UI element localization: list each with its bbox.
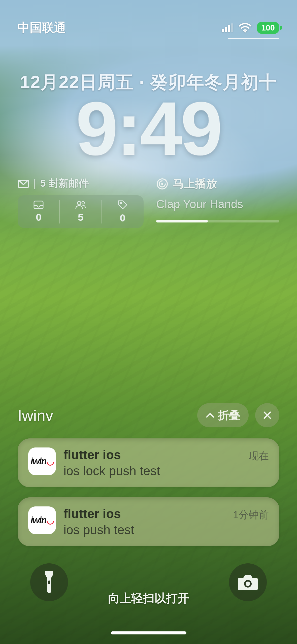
focus-underline: [228, 38, 279, 39]
notification-title: flutter ios: [63, 447, 239, 462]
notification-time: 1分钟前: [233, 506, 269, 522]
home-indicator[interactable]: [111, 631, 186, 634]
mail-widget-cell[interactable]: 5: [60, 195, 102, 228]
close-icon: [263, 411, 272, 420]
wifi-icon: [239, 23, 252, 33]
svg-point-10: [161, 183, 163, 185]
notification-group-title: Iwinv: [18, 406, 197, 424]
notification-card[interactable]: iwin◡flutter iosios push test1分钟前: [18, 497, 279, 546]
carrier-label: 中国联通: [18, 20, 66, 36]
cellular-icon: [222, 23, 234, 32]
mail-widget-label: 5 封新邮件: [40, 176, 89, 190]
notification-card[interactable]: iwin◡flutter iosios lock push test现在: [18, 438, 279, 487]
swipe-hint: 向上轻扫以打开: [0, 591, 297, 606]
flashlight-icon: [42, 571, 57, 594]
mail-cell-value: 5: [78, 212, 83, 223]
notification-title: flutter ios: [63, 506, 223, 521]
notification-app-icon: iwin◡: [28, 506, 56, 534]
svg-rect-11: [48, 581, 50, 584]
mail-cell-value: 0: [36, 212, 41, 223]
music-progress[interactable]: [156, 220, 279, 222]
mail-widget[interactable]: | 5 封新邮件 0 5 0: [18, 176, 144, 228]
svg-point-4: [244, 31, 246, 33]
music-track: Clap Your Hands: [156, 197, 279, 211]
collapse-label: 折叠: [218, 408, 240, 423]
notification-body: ios lock push test: [63, 464, 239, 478]
status-bar: 中国联通 100: [0, 0, 297, 43]
svg-point-8: [120, 202, 122, 204]
chevron-up-icon: [206, 412, 214, 418]
collapse-button[interactable]: 折叠: [197, 403, 249, 427]
battery-indicator: 100: [257, 22, 279, 34]
mail-widget-cell[interactable]: 0: [18, 195, 60, 228]
notification-time: 现在: [249, 447, 269, 463]
notification-body: ios push test: [63, 523, 223, 537]
music-app-icon: [156, 178, 168, 190]
svg-rect-0: [222, 29, 224, 32]
status-icons: 100: [222, 22, 279, 34]
mail-cell-value: 0: [120, 212, 125, 224]
music-widget[interactable]: 马上播放 Clap Your Hands: [156, 176, 279, 228]
svg-rect-1: [225, 27, 227, 32]
people-icon: [75, 201, 86, 209]
music-heading: 马上播放: [173, 176, 217, 191]
inbox-icon: [34, 201, 44, 209]
svg-point-6: [77, 201, 81, 205]
tag-icon: [118, 200, 128, 210]
svg-rect-2: [228, 25, 230, 32]
svg-point-13: [246, 582, 250, 586]
close-group-button[interactable]: [255, 403, 279, 427]
svg-point-7: [82, 202, 84, 204]
lock-clock: 9:49: [0, 91, 297, 166]
svg-rect-3: [231, 23, 233, 32]
notification-app-icon: iwin◡: [28, 447, 56, 475]
camera-icon: [237, 574, 258, 590]
mail-app-icon: [18, 178, 29, 189]
mail-widget-cell[interactable]: 0: [102, 195, 144, 228]
